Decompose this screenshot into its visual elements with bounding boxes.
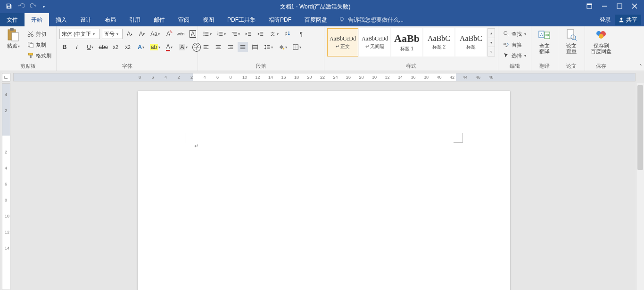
svg-rect-0	[8, 4, 10, 6]
tab-home[interactable]: 开始	[25, 13, 49, 26]
strikethrough-button[interactable]: abc	[98, 42, 108, 52]
tab-baidu[interactable]: 百度网盘	[298, 13, 334, 26]
style-normal[interactable]: AaBbCcDd↵正文	[327, 28, 358, 56]
font-name-combo[interactable]: 宋体 (中文正▾	[59, 29, 100, 39]
svg-rect-3	[587, 4, 592, 5]
copy-button[interactable]: 复制	[25, 40, 53, 49]
ribbon-display-options-icon[interactable]	[586, 3, 592, 10]
char-shading-button[interactable]: A▾	[177, 42, 190, 52]
collapse-ribbon-button[interactable]: ˄	[639, 64, 642, 70]
multilevel-list-button[interactable]: ▾	[229, 29, 241, 39]
show-marks-button[interactable]: ¶	[296, 29, 306, 39]
style-title[interactable]: AaBbC标题	[455, 28, 487, 56]
svg-rect-9	[10, 28, 14, 31]
clear-formatting-button[interactable]: A✎	[163, 29, 173, 39]
tab-insert[interactable]: 插入	[49, 13, 74, 26]
style-expand[interactable]: ▿	[488, 47, 495, 56]
group-paragraph: ▾ 123▾ ▾ 文▾ AZ ¶ ▾ ▾ ▾ 段落	[198, 26, 324, 71]
shading-button[interactable]: ▾	[276, 42, 289, 52]
document-workspace: 8642246810121416182022242628303234363840…	[0, 71, 644, 290]
grow-font-button[interactable]: A▴	[124, 29, 135, 39]
increase-indent-button[interactable]	[256, 29, 266, 39]
paper-check-button[interactable]: 论文查重	[561, 28, 582, 54]
svg-point-12	[31, 34, 33, 36]
horizontal-ruler[interactable]: 8642246810121416182022242628303234363840…	[13, 73, 636, 81]
tab-file[interactable]: 文件	[0, 13, 25, 26]
tab-layout[interactable]: 布局	[98, 13, 123, 26]
italic-button[interactable]: I	[72, 42, 82, 52]
login-link[interactable]: 登录	[600, 16, 611, 24]
format-painter-button[interactable]: 格式刷	[25, 51, 53, 60]
undo-icon[interactable]	[18, 3, 25, 11]
borders-button[interactable]: ▾	[290, 42, 303, 52]
style-no-spacing[interactable]: AaBbCcDd↵无间隔	[359, 28, 390, 56]
document-title: 文档1 - Word(产品激活失败)	[50, 3, 580, 11]
replace-button[interactable]: abac替换	[501, 40, 528, 49]
numbering-button[interactable]: 123▾	[215, 29, 227, 39]
svg-text:Z: Z	[285, 34, 287, 37]
sort-button[interactable]: AZ	[282, 29, 294, 39]
align-right-button[interactable]	[225, 42, 236, 52]
style-heading2[interactable]: AaBbC标题 2	[423, 28, 454, 56]
subscript-button[interactable]: x2	[110, 42, 121, 52]
sort-icon: AZ	[285, 31, 291, 37]
bullets-button[interactable]: ▾	[201, 29, 213, 39]
style-gallery: AaBbCcDd↵正文 AaBbCcDd↵无间隔 AaBb标题 1 AaBbC标…	[327, 28, 495, 56]
maximize-icon[interactable]	[617, 3, 622, 10]
svg-rect-73	[567, 30, 574, 38]
phonetic-guide-button[interactable]: wén	[175, 29, 186, 39]
line-spacing-button[interactable]: ▾	[262, 42, 274, 52]
group-editing: 查找▾ abac替换 选择▾ 编辑	[498, 26, 531, 71]
tell-me-search[interactable]: 告诉我您想要做什么...	[339, 16, 404, 24]
align-left-button[interactable]	[201, 42, 211, 52]
cut-button[interactable]: 剪切	[25, 29, 53, 39]
save-baidu-button[interactable]: 保存到百度网盘	[588, 28, 614, 54]
style-scroll-down[interactable]: ▾	[488, 38, 495, 47]
tab-foxit[interactable]: 福昕PDF	[262, 13, 298, 26]
asian-layout-button[interactable]: 文▾	[268, 29, 280, 39]
vertical-scrollbar[interactable]	[636, 83, 644, 290]
tab-stop-selector[interactable]	[2, 73, 10, 81]
decrease-indent-button[interactable]	[243, 29, 254, 39]
paste-button[interactable]: 粘贴▾	[3, 28, 24, 49]
document-page[interactable]: ↵	[138, 91, 510, 290]
font-size-combo[interactable]: 五号▾	[102, 29, 123, 39]
tab-references[interactable]: 引用	[123, 13, 147, 26]
find-button[interactable]: 查找▾	[501, 29, 528, 39]
select-button[interactable]: 选择▾	[501, 51, 528, 60]
close-icon[interactable]	[632, 3, 637, 10]
minimize-icon[interactable]	[602, 3, 607, 10]
character-border-button[interactable]: A	[188, 29, 198, 39]
scrollbar-thumb[interactable]	[637, 85, 643, 170]
tab-pdftools[interactable]: PDF工具集	[221, 13, 262, 26]
tab-view[interactable]: 视图	[196, 13, 221, 26]
translate-button[interactable]: A中 全文翻译	[534, 28, 555, 54]
align-justify-button[interactable]	[238, 42, 248, 52]
highlight-button[interactable]: ab▾	[149, 42, 161, 52]
style-heading1[interactable]: AaBb标题 1	[391, 28, 422, 56]
text-effects-button[interactable]: A▾	[135, 42, 147, 52]
baidu-netdisk-icon	[594, 28, 608, 41]
svg-point-7	[620, 18, 623, 20]
svg-rect-15	[29, 53, 33, 55]
style-scroll-up[interactable]: ▴	[488, 29, 495, 38]
underline-button[interactable]: U▾	[84, 42, 96, 52]
tab-design[interactable]: 设计	[74, 13, 98, 26]
change-case-button[interactable]: Aa▾	[149, 29, 161, 39]
paste-icon	[7, 28, 20, 41]
align-distributed-button[interactable]	[250, 42, 260, 52]
shrink-font-button[interactable]: A▾	[137, 29, 147, 39]
bold-button[interactable]: B	[59, 42, 70, 52]
replace-icon: abac	[503, 41, 510, 48]
qat-customize-icon[interactable]: ▾	[43, 5, 45, 9]
superscript-button[interactable]: x2	[123, 42, 133, 52]
svg-text:A: A	[540, 32, 543, 37]
tab-review[interactable]: 审阅	[172, 13, 196, 26]
save-icon[interactable]	[6, 3, 12, 11]
redo-icon[interactable]	[30, 3, 37, 11]
tab-mailings[interactable]: 邮件	[147, 13, 172, 26]
font-color-button[interactable]: A▾	[163, 42, 175, 52]
vertical-ruler[interactable]: 422468101214	[2, 83, 10, 290]
align-center-button[interactable]	[213, 42, 223, 52]
share-button[interactable]: 共享	[615, 15, 641, 25]
